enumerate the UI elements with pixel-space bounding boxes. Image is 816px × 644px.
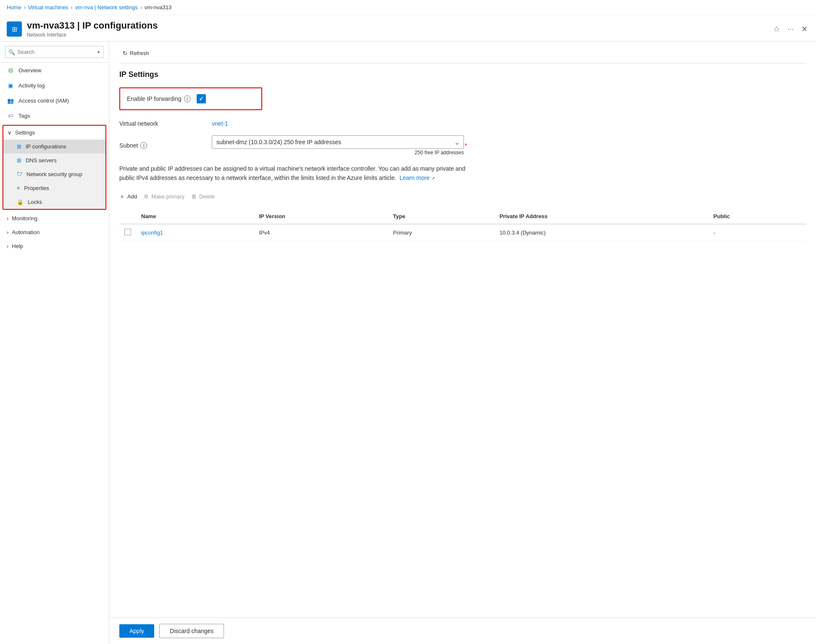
breadcrumb-home[interactable]: Home: [7, 4, 21, 11]
monitoring-expand-icon: ›: [7, 215, 8, 222]
table-cell-checkbox: [119, 224, 136, 241]
close-button[interactable]: ✕: [800, 23, 809, 35]
sidebar-item-automation[interactable]: › Automation: [0, 225, 109, 239]
delete-icon: 🗑: [191, 193, 197, 200]
ip-config-icon: ⊞: [17, 143, 21, 150]
properties-icon: ≡: [17, 185, 20, 191]
settings-section: ∨ Settings ⊞ IP configurations ⊞ DNS ser…: [3, 125, 106, 210]
header-icon-symbol: ⊞: [12, 25, 17, 33]
table-header-checkbox-col: [119, 209, 136, 224]
sidebar-item-help[interactable]: › Help: [0, 239, 109, 253]
table-header-ip-version: IP Version: [254, 209, 388, 224]
ip-forwarding-checkbox[interactable]: [197, 94, 206, 103]
sidebar-item-properties-label: Properties: [24, 185, 49, 191]
locks-icon: 🔒: [17, 199, 24, 205]
main-content: ↻ Refresh IP Settings Enable IP forwardi…: [109, 42, 816, 618]
sidebar-item-tags[interactable]: 🏷 Tags: [0, 108, 109, 123]
refresh-button[interactable]: ↻ Refresh: [119, 48, 153, 58]
search-clear-icon[interactable]: ✦: [97, 49, 100, 55]
discard-button[interactable]: Discard changes: [159, 624, 224, 638]
table-cell-ip-version: IPv4: [254, 224, 388, 241]
subnet-select[interactable]: subnet-dmz (10.0.3.0/24) 250 free IP add…: [212, 135, 464, 149]
search-wrap: 🔍 ✦: [5, 46, 104, 58]
table-cell-type: Primary: [388, 224, 494, 241]
favorite-button[interactable]: ☆: [771, 23, 782, 35]
sidebar-item-locks-label: Locks: [28, 199, 42, 205]
help-label: Help: [12, 243, 23, 249]
sidebar-item-nsg-label: Network security group: [26, 171, 82, 177]
description-text: Private and public IP addresses can be a…: [119, 164, 481, 183]
ipconfig-link[interactable]: ipconfig1: [141, 230, 163, 236]
sidebar-item-dns-servers[interactable]: ⊞ DNS servers: [3, 153, 105, 167]
sidebar-item-dns-label: DNS servers: [26, 157, 57, 164]
add-label: Add: [127, 193, 137, 200]
table-cell-public: -: [708, 224, 806, 241]
apply-button[interactable]: Apply: [119, 624, 154, 638]
delete-button[interactable]: 🗑 Delete: [191, 192, 215, 201]
table-header-private-ip: Private IP Address: [495, 209, 708, 224]
external-link-icon: ↗: [431, 176, 435, 181]
table-header-type: Type: [388, 209, 494, 224]
table-header-name: Name: [136, 209, 254, 224]
ip-forwarding-info-icon[interactable]: i: [184, 95, 191, 102]
sidebar-item-properties[interactable]: ≡ Properties: [3, 181, 105, 195]
refresh-label: Refresh: [130, 50, 149, 56]
settings-collapse-icon: ∨: [8, 129, 12, 136]
nsg-icon: 🛡: [17, 171, 22, 177]
table-row: ipconfig1 IPv4 Primary 10.0.3.4 (Dynamic…: [119, 224, 806, 241]
sidebar-item-ip-configurations[interactable]: ⊞ IP configurations: [3, 140, 105, 153]
table-cell-private-ip: 10.0.3.4 (Dynamic): [495, 224, 708, 241]
sidebar-item-ip-config-label: IP configurations: [26, 143, 66, 150]
action-row: ＋ Add ⚙ Make primary 🗑 Delete: [119, 191, 806, 202]
make-primary-button[interactable]: ⚙ Make primary: [144, 192, 184, 201]
subnet-select-wrap: subnet-dmz (10.0.3.0/24) 250 free IP add…: [212, 135, 464, 149]
subnet-row: Subnet i subnet-dmz (10.0.3.0/24) 250 fr…: [119, 135, 806, 156]
breadcrumb-network-settings[interactable]: vm-nva | Network settings: [75, 4, 138, 11]
sidebar-item-access-control[interactable]: 👥 Access control (IAM): [0, 93, 109, 108]
table-header: Name IP Version Type Private IP Address …: [119, 209, 806, 224]
activity-log-icon: ▣: [7, 82, 14, 89]
dns-icon: ⊞: [17, 157, 21, 164]
refresh-icon: ↻: [123, 50, 127, 56]
breadcrumb-vms[interactable]: Virtual machines: [28, 4, 68, 11]
overview-icon: ⊟: [7, 66, 14, 74]
sidebar-search-container: 🔍 ✦: [0, 42, 109, 63]
sidebar-item-activity-log[interactable]: ▣ Activity log: [0, 78, 109, 93]
page-title: vm-nva313 | IP configurations: [27, 20, 766, 31]
table-cell-name: ipconfig1: [136, 224, 254, 241]
toolbar: ↻ Refresh: [119, 48, 806, 63]
more-options-button[interactable]: ···: [786, 23, 795, 35]
sidebar-item-overview-label: Overview: [18, 67, 41, 74]
sidebar-item-activity-label: Activity log: [18, 82, 45, 89]
sidebar-item-overview[interactable]: ⊟ Overview: [0, 63, 109, 78]
learn-more-link[interactable]: Learn more ↗: [400, 174, 435, 181]
page-subtitle: Network Interface: [27, 32, 766, 38]
sidebar-item-locks[interactable]: 🔒 Locks: [3, 195, 105, 209]
row-checkbox[interactable]: [124, 229, 131, 235]
virtual-network-row: Virtual network vnet-1: [119, 120, 806, 127]
ip-forwarding-container: Enable IP forwarding i: [119, 87, 262, 110]
sidebar-item-access-label: Access control (IAM): [18, 98, 69, 104]
free-ip-note: 250 free IP addresses: [212, 150, 464, 156]
virtual-network-label: Virtual network: [119, 120, 212, 127]
access-control-icon: 👥: [7, 97, 14, 104]
required-indicator: *: [465, 142, 467, 149]
header-actions: ☆ ··· ✕: [771, 23, 809, 35]
add-button[interactable]: ＋ Add: [119, 191, 137, 202]
settings-section-header[interactable]: ∨ Settings: [3, 126, 105, 140]
make-primary-label: Make primary: [151, 193, 184, 200]
header-text: vm-nva313 | IP configurations Network In…: [27, 20, 766, 38]
search-icon: 🔍: [8, 49, 15, 55]
sidebar-item-network-security-group[interactable]: 🛡 Network security group: [3, 167, 105, 181]
subnet-info-icon[interactable]: i: [140, 142, 147, 149]
virtual-network-link[interactable]: vnet-1: [212, 120, 228, 127]
breadcrumb: Home › Virtual machines › vm-nva | Netwo…: [0, 0, 816, 15]
sidebar-item-monitoring[interactable]: › Monitoring: [0, 211, 109, 225]
automation-expand-icon: ›: [7, 229, 8, 235]
add-icon: ＋: [119, 193, 125, 201]
header-icon: ⊞: [7, 21, 22, 37]
page-header: ⊞ vm-nva313 | IP configurations Network …: [0, 15, 816, 42]
subnet-label: Subnet i: [119, 142, 212, 149]
ip-config-table: Name IP Version Type Private IP Address …: [119, 209, 806, 241]
search-input[interactable]: [5, 46, 104, 58]
